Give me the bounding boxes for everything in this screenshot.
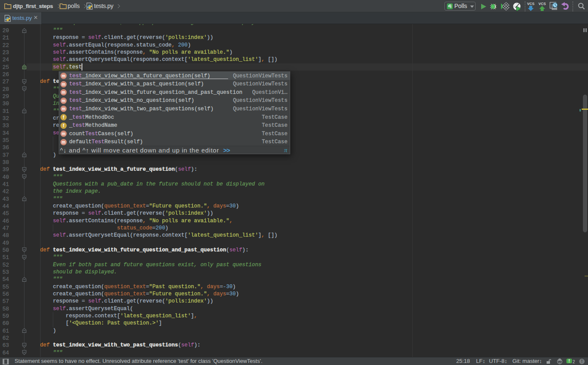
svg-text:VCS: VCS: [527, 2, 535, 6]
svg-text:VCS: VCS: [539, 2, 546, 6]
